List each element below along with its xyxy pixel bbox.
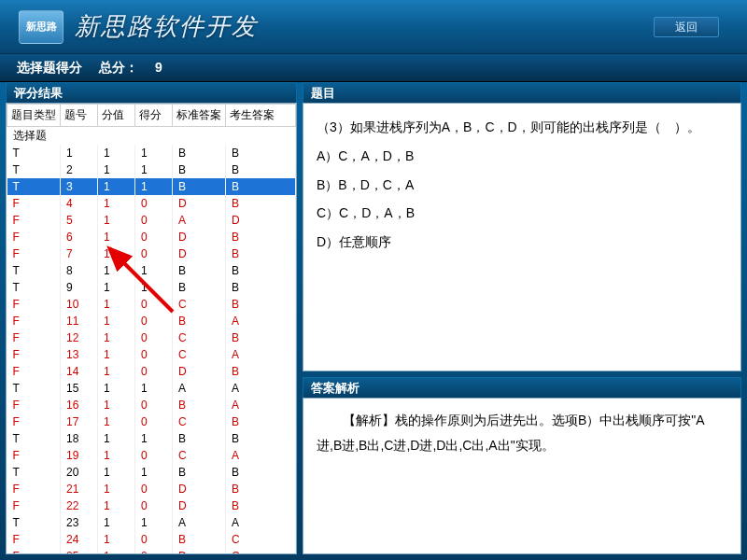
table-row[interactable]: F710DB (7, 245, 296, 262)
table-row[interactable]: F1710CB (7, 413, 296, 430)
answer-text: 【解析】栈的操作原则为后进先出。选项B）中出栈顺序可按"A进,B进,B出,C进,… (317, 408, 727, 457)
table-row[interactable]: F2410BC (7, 531, 296, 548)
grid-header[interactable]: 题号 (61, 105, 98, 127)
horizontal-scrollbar[interactable]: ◄ ► (7, 553, 296, 554)
grid-header[interactable]: 标准答案 (173, 105, 226, 127)
grid-header[interactable]: 题目类型 (7, 105, 61, 127)
table-row[interactable]: T211BB (7, 161, 296, 178)
question-option: D）任意顺序 (317, 228, 727, 257)
question-option: C）C，D，A，B (317, 199, 727, 228)
score-total: 总分：9 (99, 60, 179, 77)
table-row[interactable]: F1210CB (7, 329, 296, 346)
question-option: A）C，A，D，B (317, 142, 727, 171)
grid-header[interactable]: 分值 (98, 105, 135, 127)
table-row[interactable]: F1610BA (7, 397, 296, 413)
table-row[interactable]: F2210DB (7, 497, 296, 514)
table-row[interactable]: F510AD (7, 212, 296, 229)
results-panel-body: 题目类型题号分值得分标准答案考生答案 选择题T111BBT211BBT311BB… (6, 103, 297, 554)
category-row[interactable]: 选择题 (7, 127, 296, 146)
question-panel: 题目 （3）如果进栈序列为A，B，C，D，则可能的出栈序列是（ ）。 A）C，A… (303, 82, 741, 371)
grid-header[interactable]: 得分 (135, 105, 173, 127)
question-body: （3）如果进栈序列为A，B，C，D，则可能的出栈序列是（ ）。 A）C，A，D，… (303, 103, 741, 371)
table-row[interactable]: F2510DC (7, 548, 296, 553)
question-stem: （3）如果进栈序列为A，B，C，D，则可能的出栈序列是（ ）。 (317, 113, 727, 142)
app-header: 新思路 新思路软件开发 返回 (0, 0, 747, 54)
question-option: B）B，D，C，A (317, 171, 727, 200)
table-row[interactable]: T311BB (7, 178, 296, 195)
table-row[interactable]: T1511AA (7, 380, 296, 397)
table-row[interactable]: T2011BB (7, 464, 296, 481)
grid-header[interactable]: 考生答案 (226, 105, 296, 127)
right-column: 题目 （3）如果进栈序列为A，B，C，D，则可能的出栈序列是（ ）。 A）C，A… (303, 82, 741, 554)
answer-body: 【解析】栈的操作原则为后进先出。选项B）中出栈顺序可按"A进,B进,B出,C进,… (303, 398, 741, 554)
score-bar: 选择题得分 总分：9 (0, 54, 747, 82)
table-row[interactable]: F1110BA (7, 313, 296, 329)
app-title: 新思路软件开发 (75, 10, 258, 43)
table-row[interactable]: F1410DB (7, 363, 296, 380)
table-row[interactable]: T2311AA (7, 514, 296, 531)
table-row[interactable]: T1811BB (7, 430, 296, 447)
question-panel-title: 题目 (303, 82, 741, 103)
results-grid[interactable]: 题目类型题号分值得分标准答案考生答案 选择题T111BBT211BBT311BB… (7, 104, 296, 553)
main-area: 评分结果 题目类型题号分值得分标准答案考生答案 选择题T111BBT211BBT… (0, 82, 747, 560)
score-label: 选择题得分 (17, 60, 82, 77)
results-panel-title: 评分结果 (6, 82, 297, 103)
table-row[interactable]: T911BB (7, 279, 296, 296)
table-row[interactable]: F1310CA (7, 346, 296, 363)
back-button[interactable]: 返回 (654, 17, 719, 37)
table-row[interactable]: F410DB (7, 195, 296, 212)
logo-icon: 新思路 (19, 10, 63, 44)
results-grid-scroll[interactable]: 题目类型题号分值得分标准答案考生答案 选择题T111BBT211BBT311BB… (7, 104, 296, 553)
results-panel: 评分结果 题目类型题号分值得分标准答案考生答案 选择题T111BBT211BBT… (6, 82, 297, 554)
answer-panel-title: 答案解析 (303, 377, 741, 398)
answer-panel: 答案解析 【解析】栈的操作原则为后进先出。选项B）中出栈顺序可按"A进,B进,B… (303, 377, 741, 554)
table-row[interactable]: T111BB (7, 145, 296, 161)
table-row[interactable]: F2110DB (7, 481, 296, 497)
table-row[interactable]: F610DB (7, 229, 296, 245)
table-row[interactable]: T811BB (7, 262, 296, 279)
table-row[interactable]: F1910CA (7, 447, 296, 464)
logo-area: 新思路 新思路软件开发 (19, 10, 258, 44)
table-row[interactable]: F1010CB (7, 296, 296, 313)
